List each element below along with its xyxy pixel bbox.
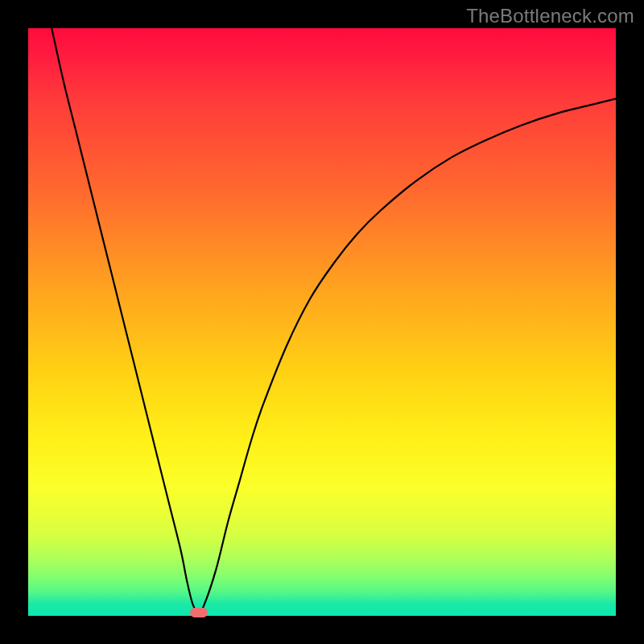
bottleneck-curve [52, 28, 616, 613]
plot-area [28, 28, 616, 616]
chart-frame: TheBottleneck.com [0, 0, 644, 644]
minimum-marker [190, 608, 208, 617]
curve-svg [28, 28, 616, 616]
watermark-text: TheBottleneck.com [466, 5, 634, 27]
